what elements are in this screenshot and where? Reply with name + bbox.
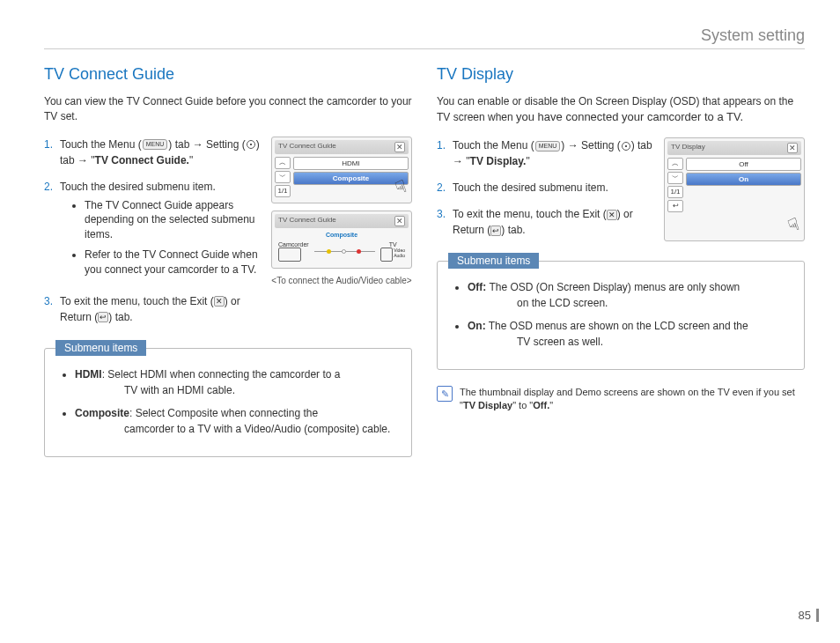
intro-left: You can view the TV Connect Guide before…	[44, 94, 412, 124]
menu-item-off: Off	[686, 158, 801, 171]
step-num: 1.	[437, 137, 453, 169]
step-3: To exit the menu, touch the Exit (✕) or …	[60, 293, 261, 325]
section-title-left: TV Connect Guide	[44, 65, 412, 84]
page-indicator: 1/1	[275, 185, 291, 197]
return-icon: ↩	[490, 225, 501, 236]
screenshot-tv-display: TV Display ✕ ︿ ﹀ 1/1 ↩ Off On ☟	[664, 137, 805, 241]
tv-icon	[380, 248, 393, 262]
step-num: 1.	[44, 137, 60, 168]
menu-icon: MENU	[535, 141, 561, 152]
section-title-right: TV Display	[437, 65, 805, 84]
bullet: The TV Connect Guide appears depending o…	[85, 198, 261, 242]
close-icon: ✕	[787, 143, 798, 153]
menu-item-hdmi: HDMI	[293, 157, 409, 170]
submenu-item: On: The OSD menus are shown on the LCD s…	[468, 318, 792, 350]
up-icon: ︿	[275, 157, 291, 169]
down-icon: ﹀	[667, 172, 683, 184]
step-num: 2.	[437, 180, 453, 196]
page-number: 85	[799, 609, 819, 622]
ss-title: TV Connect Guide	[278, 216, 336, 226]
gear-icon	[622, 142, 630, 151]
step-1: Touch the Menu (MENU) tab → Setting () t…	[60, 137, 261, 168]
step-num: 3.	[437, 206, 453, 238]
step-2: Touch the desired submenu item.	[453, 180, 653, 196]
down-icon: ﹀	[275, 171, 291, 183]
screenshot-tv-connect-1: TV Connect Guide ✕ ︿ ﹀ 1/1 HDMI Composit…	[271, 137, 412, 203]
step-num: 2.	[44, 179, 60, 283]
audio-label: Audio	[394, 253, 405, 258]
up-icon: ︿	[667, 158, 683, 170]
page-indicator: 1/1	[667, 186, 683, 198]
left-column: TV Connect Guide You can view the TV Con…	[44, 65, 412, 457]
submenu-item: HDMI: Select HDMI when connecting the ca…	[75, 366, 399, 398]
close-icon: ✕	[214, 296, 225, 307]
submenu-tag: Submenu items	[448, 253, 539, 269]
note: ✎ The thumbnail display and Demo screens…	[437, 386, 805, 413]
note-icon: ✎	[437, 386, 453, 402]
step-num: 3.	[44, 293, 60, 325]
bullet: Refer to the TV Connect Guide when you c…	[85, 248, 261, 277]
camcorder-icon	[278, 248, 301, 262]
page-header: System setting	[44, 26, 805, 49]
tv-label: TV	[380, 241, 405, 248]
submenu-tag: Submenu items	[55, 340, 146, 356]
submenu-item: Off: The OSD (On Screen Display) menus a…	[468, 279, 792, 311]
menu-icon: MENU	[143, 139, 168, 150]
close-icon: ✕	[607, 210, 617, 220]
camcorder-label: Camcorder	[278, 241, 309, 248]
close-icon: ✕	[394, 216, 405, 226]
step-2: Touch the desired submenu item. The TV C…	[60, 179, 261, 283]
return-icon: ↩	[667, 200, 683, 212]
caption: <To connect the Audio/Video cable>	[271, 276, 412, 285]
menu-item-on: On	[686, 173, 801, 186]
ss-title: TV Connect Guide	[278, 142, 336, 152]
gear-icon	[247, 140, 255, 149]
screenshot-tv-connect-2: TV Connect Guide ✕ Composite Camcorder	[271, 211, 412, 269]
hand-icon: ☟	[785, 213, 801, 237]
screenshot-stack: TV Connect Guide ✕ ︿ ﹀ 1/1 HDMI Composit…	[271, 137, 412, 336]
return-icon: ↩	[98, 312, 108, 322]
submenu-box-left: Submenu items HDMI: Select HDMI when con…	[44, 348, 412, 457]
ss-title: TV Display	[671, 143, 705, 153]
submenu-item: Composite: Select Composite when connect…	[75, 405, 399, 437]
composite-label: Composite	[278, 232, 405, 238]
step-3: To exit the menu, touch the Exit (✕) or …	[453, 206, 653, 238]
right-column: TV Display You can enable or disable the…	[437, 65, 805, 457]
video-label: Video	[394, 248, 405, 253]
step-1: Touch the Menu (MENU) → Setting () tab →…	[453, 137, 653, 169]
intro-right: You can enable or disable the On Screen …	[437, 94, 805, 125]
submenu-box-right: Submenu items Off: The OSD (On Screen Di…	[437, 261, 805, 370]
close-icon: ✕	[394, 142, 405, 152]
